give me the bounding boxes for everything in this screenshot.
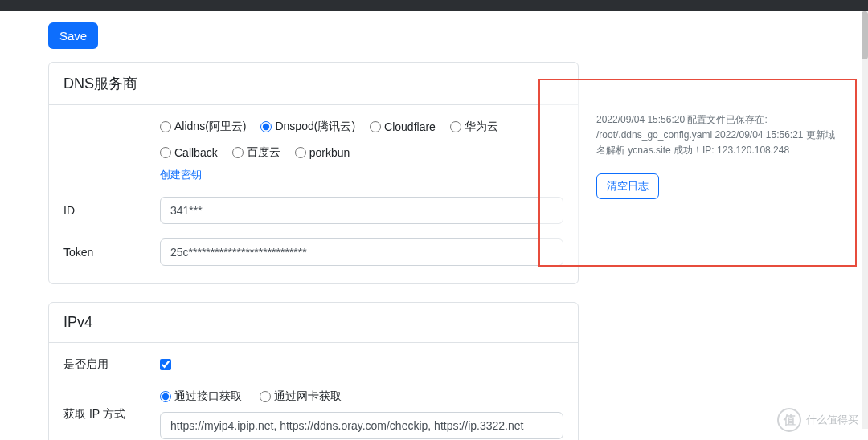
save-button[interactable]: Save bbox=[48, 22, 98, 49]
ip-url-input[interactable] bbox=[160, 412, 563, 439]
radio-label: porkbun bbox=[309, 146, 350, 159]
dns-card-title: DNS服务商 bbox=[49, 63, 578, 105]
ipv4-card-title: IPv4 bbox=[49, 303, 578, 343]
watermark: 值 什么值得买 bbox=[777, 408, 858, 432]
radio-alidns[interactable] bbox=[160, 121, 171, 132]
radio-baidu[interactable] bbox=[232, 147, 244, 158]
radio-huawei[interactable] bbox=[450, 121, 461, 132]
radio-label: Dnspod(腾讯云) bbox=[275, 120, 355, 134]
radio-cloudflare[interactable] bbox=[370, 121, 381, 132]
window-topbar bbox=[0, 0, 868, 11]
getip-radios: 通过接口获取 通过网卡获取 bbox=[160, 389, 563, 404]
radio-label: 百度云 bbox=[247, 145, 280, 160]
watermark-badge-icon: 值 bbox=[777, 408, 801, 432]
radio-label: Cloudflare bbox=[384, 120, 436, 133]
ipv4-card: IPv4 是否启用 获取 IP 方式 通过接口获取 通过网卡获取 bbox=[48, 302, 579, 440]
clear-log-button[interactable]: 清空日志 bbox=[596, 173, 659, 199]
id-input[interactable] bbox=[160, 197, 563, 224]
radio-getip-nic[interactable] bbox=[260, 391, 271, 402]
log-text: 2022/09/04 15:56:20 配置文件已保存在: /root/.ddn… bbox=[596, 112, 841, 159]
log-panel: 2022/09/04 15:56:20 配置文件已保存在: /root/.ddn… bbox=[538, 79, 857, 267]
enable-label: 是否启用 bbox=[63, 357, 160, 372]
scrollbar-thumb[interactable] bbox=[862, 11, 868, 59]
dns-provider-cloudflare[interactable]: Cloudflare bbox=[370, 120, 436, 133]
radio-label: 通过接口获取 bbox=[174, 389, 242, 404]
radio-dnspod[interactable] bbox=[260, 121, 272, 132]
dns-provider-radios: Alidns(阿里云) Dnspod(腾讯云) Cloudflare 华为云 C… bbox=[160, 120, 563, 160]
dns-provider-baidu[interactable]: 百度云 bbox=[232, 145, 280, 160]
dns-provider-card: DNS服务商 Alidns(阿里云) Dnspod(腾讯云) Cloudflar… bbox=[48, 62, 579, 284]
id-label: ID bbox=[63, 204, 160, 217]
dns-provider-huawei[interactable]: 华为云 bbox=[450, 120, 498, 134]
radio-label: Alidns(阿里云) bbox=[174, 120, 246, 134]
radio-getip-api[interactable] bbox=[160, 391, 171, 402]
create-key-link[interactable]: 创建密钥 bbox=[160, 169, 202, 181]
dns-provider-alidns[interactable]: Alidns(阿里云) bbox=[160, 120, 246, 134]
getip-label: 获取 IP 方式 bbox=[63, 407, 160, 422]
getip-by-nic[interactable]: 通过网卡获取 bbox=[260, 389, 342, 404]
token-label: Token bbox=[63, 246, 160, 259]
getip-by-api[interactable]: 通过接口获取 bbox=[160, 389, 242, 404]
radio-porkbun[interactable] bbox=[295, 147, 306, 158]
dns-provider-porkbun[interactable]: porkbun bbox=[295, 146, 350, 159]
dns-provider-callback[interactable]: Callback bbox=[160, 146, 218, 159]
token-input[interactable] bbox=[160, 238, 563, 266]
dns-provider-dnspod[interactable]: Dnspod(腾讯云) bbox=[260, 120, 355, 134]
radio-label: 华为云 bbox=[465, 120, 498, 134]
radio-callback[interactable] bbox=[160, 147, 171, 158]
enable-checkbox[interactable] bbox=[160, 359, 171, 370]
radio-label: Callback bbox=[174, 146, 218, 159]
radio-label: 通过网卡获取 bbox=[274, 389, 342, 404]
watermark-text: 什么值得买 bbox=[806, 413, 858, 427]
scrollbar-track[interactable] bbox=[862, 11, 868, 429]
